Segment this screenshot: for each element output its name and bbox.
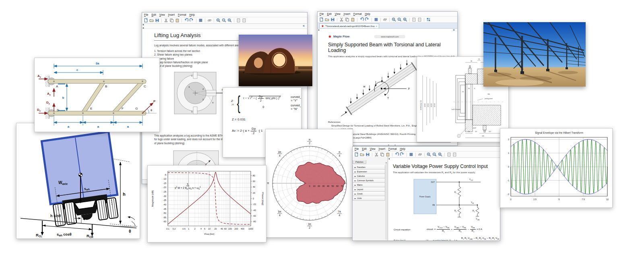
toolbar-icon-copy[interactable] [380,152,384,157]
menu-item-view[interactable]: View [370,147,376,150]
palette-item-common-symbols[interactable]: ▶Common Symbols [353,178,385,183]
menu-item-edit[interactable]: Edit [152,13,156,16]
toolbar-icon-redo[interactable] [400,152,405,157]
toolbar-icon-save[interactable] [365,152,370,157]
steel-structure-photo [483,22,586,87]
toolbar-icon-redo[interactable] [190,18,194,23]
toolbar-icon-link[interactable] [383,17,387,22]
dim-label: 30 [468,88,470,89]
toolbar-icon-page[interactable] [412,17,416,22]
palette-item-greek[interactable]: ▶Greek [353,192,385,196]
palette-item-units[interactable]: ▶Units [353,196,385,201]
menu-item-help[interactable]: Help [365,12,370,15]
tab-close-icon[interactable]: × [376,25,378,27]
toolbar-icon-page[interactable] [447,152,451,157]
toolbar-icon-new[interactable] [319,17,324,22]
desert-sculpture-photo [239,35,312,86]
palette-item-layout[interactable]: ▶Layout [353,187,385,192]
collapse-panel-icon[interactable]: « [303,24,305,28]
toolbar-icon-new[interactable] [354,152,359,157]
toolbar-icon-zsel[interactable] [438,152,442,157]
toolbar-icon-paste[interactable] [386,152,390,157]
toolbar-icon-paste[interactable] [351,17,355,22]
scroll-up-icon[interactable]: ▲ [386,162,387,164]
toolbar-icon-zin[interactable] [392,17,396,22]
toolbar-icon-zsel[interactable] [227,18,232,23]
menu-item-file[interactable]: File [355,147,359,150]
toolbar-icon-open[interactable] [149,18,154,23]
menu-item-format[interactable]: Format [353,12,362,15]
power-document: ◄ Variable Voltage Power Supply Control … [388,157,500,240]
power-supply-box-label: Power Supply [419,196,431,198]
menu-item-file[interactable]: File [144,13,149,16]
toolbar-icon-square[interactable] [374,17,378,22]
joining-plane-label: joining plane [484,98,493,99]
dim-label: 10 [462,91,464,93]
toolbar-icon-copy[interactable] [169,18,174,23]
menu-item-edit[interactable]: Edit [327,12,332,15]
toolbar-icon-zout[interactable] [222,18,226,23]
expand-icon: ▶ [355,175,356,177]
toolbar-icon-page[interactable] [452,152,457,157]
toolbar-icon-page[interactable] [236,18,241,23]
toolbar-icon-open[interactable] [360,152,364,157]
palette-item-calculus[interactable]: ▶Calculus [353,174,385,178]
menu-item-format[interactable]: Format [178,13,186,16]
palettes-tab[interactable]: Palettes [353,160,366,164]
angle-tick-label: 2 [309,226,310,229]
circuit-equation-label: Circuit equation [394,228,427,231]
scroll-left-icon[interactable]: ◄ [388,158,390,160]
toolbar-icon-cut[interactable] [374,152,379,157]
mag-tick-label: -40 [163,203,166,206]
scroll-left-icon[interactable]: ◄ [142,24,144,26]
toolbar-icon-zin[interactable] [427,152,431,157]
toolbar-icon-open[interactable] [325,17,329,22]
toolbar-icon-link[interactable] [418,152,422,157]
menu-item-view[interactable]: View [159,13,165,16]
menu-item-view[interactable]: View [335,12,341,15]
toolbar-icon-paste[interactable] [175,18,180,23]
toolbar-icon-page[interactable] [417,17,422,22]
toolbar-icon-page[interactable] [242,18,246,23]
palette-item-expression[interactable]: ▶Expression [353,170,385,174]
menu-item-help[interactable]: Help [400,147,405,150]
toolbar-icon-square[interactable] [409,152,413,157]
menu-item-insert[interactable]: Insert [168,13,175,16]
dim-label: 31 [468,131,470,133]
toolbar-icon-cut[interactable] [339,17,344,22]
collapse-panel-icon[interactable]: « [453,28,455,32]
palette-scrollbar[interactable]: ▲ [385,162,387,240]
toolbar-icon-link[interactable] [207,18,212,23]
diameter-dim-label: Ø262 [424,104,426,107]
toolbar-icon-undo[interactable] [184,18,188,23]
x-tick-label: 100 [228,228,232,230]
toolbar-icon-undo[interactable] [359,17,364,22]
z-condition-1: curved_edge = "Y" [291,95,301,102]
menu-item-file[interactable]: File [320,12,324,15]
menu-item-insert[interactable]: Insert [344,12,350,15]
toolbar-icon-undo[interactable] [394,152,399,157]
toolbar-icon-save[interactable] [155,18,159,23]
menu-item-edit[interactable]: Edit [362,147,367,150]
toolbar-icon-square[interactable] [198,18,203,23]
toolbar-icon-zsel[interactable] [403,17,407,22]
document-tab[interactable]: *TorsionalandLateralLoadingonW10X54Beam.… [319,23,379,28]
toolbar-icon-copy[interactable] [345,17,349,22]
toolbar-icon-zin[interactable] [216,18,221,23]
scroll-left-icon[interactable]: ◄ [142,27,144,29]
toolbar-icon-save[interactable] [330,17,335,22]
toolbar-icon-zout[interactable] [432,152,437,157]
angle-tick-label: 4 [339,154,340,157]
menu-item-insert[interactable]: Insert [379,147,385,150]
scroll-left-icon[interactable]: ◄ [318,29,320,31]
toolbar-icon-cut[interactable] [164,18,168,23]
menu-item-help[interactable]: Help [190,13,195,16]
palette-item-matrix[interactable]: ▶Matrix [353,183,385,187]
toolbar-icon-new[interactable] [144,18,148,23]
menu-item-format[interactable]: Format [388,147,397,150]
toolbar-icon-grid[interactable] [426,17,431,22]
toolbar-icon-zout[interactable] [397,17,402,22]
palette-item-favorites[interactable]: ▶Favorites [353,165,385,170]
toolbar-icon-redo[interactable] [365,17,369,22]
x-tick-label: 6 [204,228,205,230]
